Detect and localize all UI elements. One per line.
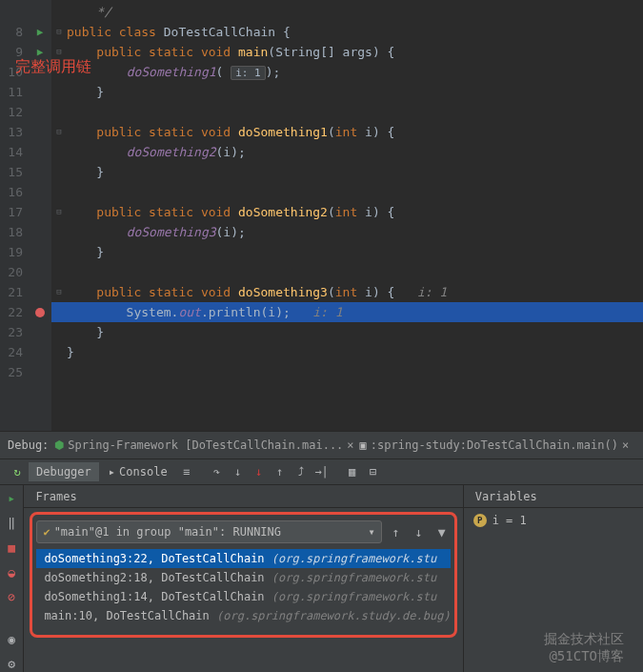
- pause-icon[interactable]: ‖: [3, 514, 20, 531]
- variables-list[interactable]: P i = 1: [464, 508, 643, 533]
- debug-tabs: Debug: ⬢ Spring-Framework [DoTestCallCha…: [0, 432, 643, 459]
- threads-icon[interactable]: ≡: [177, 462, 196, 481]
- stack-frame[interactable]: doSomething2:18, DoTestCallChain (org.sp…: [36, 568, 450, 587]
- run-config-tab-1[interactable]: ⬢ Spring-Framework [DoTestCallChain.mai.…: [54, 438, 353, 452]
- resume-icon[interactable]: ▸: [3, 489, 20, 506]
- view-bp-icon[interactable]: ◒: [3, 563, 20, 580]
- frames-title: Frames: [24, 485, 462, 508]
- filter-icon[interactable]: ▼: [433, 525, 451, 540]
- force-step-into-icon[interactable]: ↓: [250, 462, 269, 481]
- run-to-cursor-icon[interactable]: →|: [312, 462, 332, 481]
- stack-frame[interactable]: doSomething3:22, DoTestCallChain (org.sp…: [36, 549, 450, 568]
- debugger-tab[interactable]: Debugger: [29, 462, 99, 481]
- thread-combo[interactable]: ✔"main"@1 in group "main": RUNNING ▾: [36, 520, 381, 543]
- step-into-icon[interactable]: ↓: [229, 462, 248, 481]
- step-out-icon[interactable]: ↑: [271, 462, 290, 481]
- code-area[interactable]: */⊟public class DoTestCallChain {⊟ publi…: [51, 0, 643, 431]
- run-config-tab-2[interactable]: ▣ :spring-study:DoTestCallChain.main() ×: [360, 438, 630, 452]
- close-icon[interactable]: ×: [622, 438, 629, 452]
- chevron-down-icon: ▾: [368, 525, 374, 539]
- run-icon: ▣: [360, 438, 367, 452]
- debug-panel: Debug: ⬢ Spring-Framework [DoTestCallCha…: [0, 431, 643, 672]
- console-icon: ▸: [109, 465, 115, 479]
- debug-sidebar: ▸ ‖ ■ ◒ ⊘ ◉ ⚙: [0, 485, 24, 672]
- mute-bp-icon[interactable]: ⊘: [3, 588, 20, 605]
- stack-frames-list[interactable]: doSomething3:22, DoTestCallChain (org.sp…: [36, 549, 450, 625]
- check-icon: ✔: [43, 525, 50, 539]
- frames-highlight-box: ✔"main"@1 in group "main": RUNNING ▾ ↑ ↓…: [30, 512, 456, 638]
- close-icon[interactable]: ×: [347, 438, 353, 452]
- step-over-icon[interactable]: ↷: [208, 462, 227, 481]
- param-chip-icon: P: [473, 514, 487, 527]
- stack-frame[interactable]: doSomething1:14, DoTestCallChain (org.sp…: [36, 587, 450, 606]
- variables-title: Variables: [464, 485, 643, 508]
- rerun-icon[interactable]: ↻: [8, 462, 27, 481]
- console-tab[interactable]: ▸Console: [101, 462, 175, 481]
- camera-icon[interactable]: ◉: [3, 630, 20, 647]
- variables-pane: Variables P i = 1 完整调用链: [463, 485, 643, 672]
- variable-row[interactable]: P i = 1: [473, 514, 633, 527]
- evaluate-icon[interactable]: ▦: [343, 462, 362, 481]
- frames-pane: Frames ✔"main"@1 in group "main": RUNNIN…: [24, 485, 462, 672]
- stack-frame[interactable]: main:10, DoTestCallChain (org.springfram…: [36, 606, 450, 625]
- next-frame-icon[interactable]: ↓: [411, 525, 428, 540]
- trace-icon[interactable]: ⊟: [364, 462, 383, 481]
- stop-icon[interactable]: ■: [3, 539, 20, 556]
- turtle-icon: ⬢: [54, 438, 64, 452]
- drop-frame-icon[interactable]: ⤴: [291, 462, 311, 481]
- annotation-label: 完整调用链: [15, 57, 91, 77]
- debug-body: ▸ ‖ ■ ◒ ⊘ ◉ ⚙ Frames ✔"main"@1 in group …: [0, 485, 643, 672]
- prev-frame-icon[interactable]: ↑: [388, 525, 405, 540]
- settings-icon[interactable]: ⚙: [3, 655, 20, 672]
- debug-label: Debug:: [8, 438, 49, 452]
- code-editor[interactable]: 8910111213141516171819202122232425 ▶▶ */…: [0, 0, 643, 431]
- thread-selector-row: ✔"main"@1 in group "main": RUNNING ▾ ↑ ↓…: [36, 520, 450, 543]
- debug-toolbar: ↻ Debugger ▸Console ≡ ↷ ↓ ↓ ↑ ⤴ →| ▦ ⊟: [0, 459, 643, 485]
